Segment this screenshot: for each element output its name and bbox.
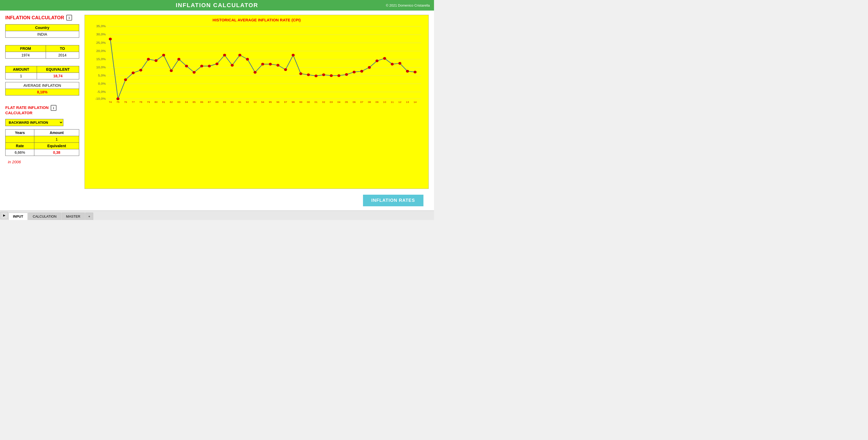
tab-nav-left[interactable]: ▶ [1,212,8,219]
chart-title: HISTORICAL AVERAGE INFLATION RATE (CPI) [89,18,424,22]
bottom-area: INFLATION RATES [85,195,429,206]
svg-text:03: 03 [330,101,333,103]
tab-input[interactable]: INPUT [8,213,28,220]
svg-text:10: 10 [383,101,386,103]
tab-master[interactable]: MASTER [62,213,85,220]
dot-15 [223,54,226,57]
svg-text:30,0%: 30,0% [96,33,106,36]
dot-1 [117,97,120,100]
years-value[interactable] [5,136,34,143]
section2-title-line1: FLAT RATE INFLATION [5,105,49,110]
svg-text:20,0%: 20,0% [96,49,106,53]
amount2-value[interactable]: 1 [34,136,79,143]
to-value[interactable]: 2014 [46,52,79,59]
svg-text:89: 89 [223,101,226,103]
dot-4 [140,69,143,71]
svg-text:08: 08 [368,101,371,103]
dot-16 [231,64,234,66]
svg-text:86: 86 [200,101,203,103]
svg-text:79: 79 [147,101,150,103]
svg-text:05: 05 [345,101,348,103]
dot-21 [269,63,272,65]
section1-title: INFLATION CALCULATOR i [5,15,79,21]
dot-8 [170,69,173,72]
avg-inflation-label: AVERAGE INFLATION [5,82,79,89]
svg-text:74: 74 [109,101,112,103]
svg-text:5,0%: 5,0% [98,74,106,77]
svg-text:78: 78 [139,101,142,103]
section1-title-text: INFLATION CALCULATOR [5,15,64,21]
equivalent2-value: 0,38 [34,149,79,156]
dot-3 [132,71,135,74]
dot-34 [368,66,371,69]
dot-28 [322,73,325,76]
dot-31 [345,73,348,76]
backward-forward-dropdown[interactable]: BACKWARD INFLATION FUTURE INFLATION [5,119,63,126]
dot-18 [246,58,249,60]
info-button-2[interactable]: i [51,105,57,111]
dot-40 [414,71,417,73]
dot-36 [383,57,386,60]
svg-text:92: 92 [246,101,249,103]
dot-14 [215,63,219,65]
equivalent-header: EQUIVALENT [37,66,79,73]
dot-33 [360,70,364,72]
tab-calculation[interactable]: CALCULATION [28,213,61,220]
dot-35 [375,60,378,62]
header-title: INFLATION CALCULATOR [176,2,258,9]
dot-0 [109,38,112,40]
svg-text:97: 97 [284,101,287,103]
main-content: INFLATION CALCULATOR i Country INDIA FRO… [0,10,434,210]
dot-17 [238,54,242,57]
svg-text:77: 77 [132,101,135,103]
svg-text:98: 98 [292,101,295,103]
dot-2 [124,78,127,81]
svg-text:0,0%: 0,0% [98,82,106,85]
flat-calc-table: Years Amount 1 Rate Equivalent 6,66% 0,3… [5,129,79,156]
dot-26 [307,73,310,76]
svg-text:82: 82 [170,101,173,103]
chart-line [110,39,415,99]
svg-text:04: 04 [337,101,341,103]
dot-11 [193,71,196,74]
from-to-table: FROM TO 1974 2014 [5,45,79,59]
svg-text:83: 83 [177,101,181,103]
country-value[interactable]: INDIA [5,31,79,38]
dot-37 [391,63,394,65]
dot-19 [253,71,257,74]
dot-29 [330,74,333,77]
svg-text:09: 09 [375,101,378,103]
dot-5 [147,58,150,60]
svg-text:25,0%: 25,0% [96,41,106,44]
rate-header: Rate [5,143,34,149]
svg-text:94: 94 [261,101,264,103]
from-value[interactable]: 1974 [5,52,46,59]
dot-23 [284,68,287,71]
inflation-rates-button[interactable]: INFLATION RATES [363,195,424,206]
avg-inflation-table: AVERAGE INFLATION 8,18% [5,82,79,96]
dot-10 [185,65,188,67]
svg-text:90: 90 [231,101,234,103]
dot-22 [276,64,280,66]
years-header: Years [5,130,34,136]
svg-text:06: 06 [353,101,356,103]
country-table: Country INDIA [5,24,79,38]
dropdown-container: BACKWARD INFLATION FUTURE INFLATION [5,119,79,126]
header: INFLATION CALCULATOR © 2021 Domenico Cri… [0,0,434,10]
svg-text:96: 96 [276,101,280,103]
amount-value[interactable]: 1 [5,73,37,79]
svg-text:93: 93 [253,101,257,103]
dot-20 [261,63,264,65]
equivalent2-header: Equivalent [34,143,79,149]
svg-text:-10,0%: -10,0% [95,97,106,100]
left-panel: INFLATION CALCULATOR i Country INDIA FRO… [5,15,79,206]
chart-container: HISTORICAL AVERAGE INFLATION RATE (CPI) … [85,15,429,189]
section2-title: FLAT RATE INFLATION CALCULATOR i [5,105,79,115]
svg-text:01: 01 [314,101,317,103]
tab-add[interactable]: + [85,213,93,220]
svg-text:81: 81 [162,101,165,103]
info-button-1[interactable]: i [66,15,72,21]
dot-32 [353,71,356,73]
dot-39 [406,70,409,72]
dot-9 [177,58,181,60]
